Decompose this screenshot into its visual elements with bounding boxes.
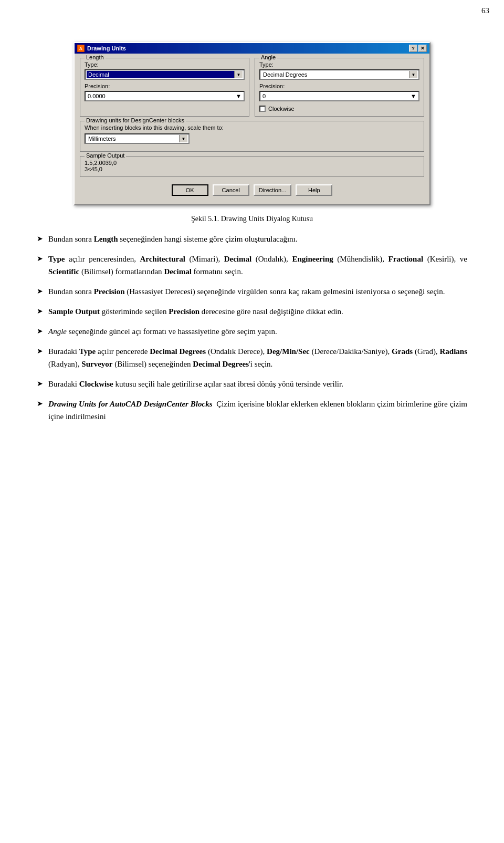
close-titlebar-button[interactable]: ✕ [418, 45, 427, 52]
length-precision-input[interactable]: 0.0000 ▼ [85, 91, 245, 101]
sample-output-bold: Sample Output [48, 307, 100, 316]
paragraph-4: ➤ Sample Output gösteriminde seçilen Pre… [37, 305, 467, 318]
precision-bold: Precision [94, 287, 125, 296]
length-type-value: Decimal [87, 71, 234, 78]
bullet-arrow-2: ➤ [37, 253, 43, 265]
grads-bold: Grads [392, 347, 413, 356]
design-center-value: Millimeters [87, 135, 179, 142]
engineering-bold: Engineering [292, 255, 333, 263]
angle-precision-arrow[interactable]: ▼ [411, 93, 416, 99]
scientific-bold: Scientific [48, 267, 79, 276]
dialog-title: Drawing Units [87, 45, 126, 51]
paragraph-8: ➤ Drawing Units for AutoCAD DesignCenter… [37, 398, 467, 423]
angle-type-value: Decimal Degrees [261, 71, 409, 78]
angle-italic: Angle [48, 327, 67, 336]
dialog-app-icon: A [77, 45, 85, 52]
dialog-container: A Drawing Units ? ✕ Length Type: [37, 42, 467, 205]
paragraph-6-content: Buradaki Type açılır pencerede Decimal D… [48, 345, 467, 370]
design-center-description: When inserting blocks into this drawing,… [85, 124, 419, 131]
help-button[interactable]: Help [296, 184, 332, 196]
length-group-label: Length [85, 54, 106, 60]
type-bold-6: Type [79, 347, 96, 356]
decimal-degrees-bold-2: Decimal Degrees [193, 360, 249, 368]
design-center-select[interactable]: Millimeters ▼ [85, 133, 190, 144]
paragraph-3: ➤ Bundan sonra Precision (Hassasiyet Der… [37, 285, 467, 298]
precision-bold-2: Precision [169, 307, 200, 316]
length-bold: Length [94, 235, 118, 243]
angle-group-label: Angle [259, 54, 277, 60]
paragraph-2-content: Type açılır penceresinden, Architectural… [48, 253, 467, 278]
clockwise-label: Clockwise [268, 106, 295, 112]
length-type-arrow[interactable]: ▼ [234, 71, 243, 78]
ok-button[interactable]: OK [172, 184, 208, 196]
paragraph-5-content: Angle seçeneğinde güncel açı formatı ve … [48, 325, 467, 338]
paragraph-1-content: Bundan sonra Length seçeneğinden hangi s… [48, 233, 467, 245]
sample-line2: 3<45,0 [85, 166, 419, 172]
length-precision-value: 0.0000 [88, 93, 106, 99]
sample-line1: 1.5,2.0039,0 [85, 160, 419, 166]
fractional-bold: Fractional [388, 255, 423, 263]
decimal-degrees-bold: Decimal Degrees [150, 347, 206, 356]
bullet-arrow-5: ➤ [37, 326, 43, 337]
paragraph-7-content: Buradaki Clockwise kutusu seçili hale ge… [48, 378, 467, 390]
page-number: 63 [481, 6, 489, 15]
bullet-arrow-6: ➤ [37, 346, 43, 357]
decimal-bold: Decimal [224, 255, 251, 263]
surveyor-bold: Surveyor [81, 360, 112, 368]
titlebar-left: A Drawing Units [77, 45, 126, 52]
design-center-group: Drawing units for DesignCenter blocks Wh… [80, 121, 424, 152]
paragraph-4-content: Sample Output gösteriminde seçilen Preci… [48, 305, 467, 318]
dialog-titlebar: A Drawing Units ? ✕ [75, 43, 429, 54]
angle-precision-label: Precision: [259, 83, 419, 89]
clockwise-checkbox[interactable] [259, 106, 266, 112]
length-precision-arrow[interactable]: ▼ [236, 93, 242, 99]
clockwise-row: Clockwise [259, 106, 419, 112]
angle-type-label: Type: [259, 61, 419, 68]
dialog-body: Length Type: Decimal ▼ Precision: 0.0000… [75, 54, 429, 204]
cancel-button[interactable]: Cancel [213, 184, 249, 196]
clockwise-bold: Clockwise [79, 380, 113, 388]
decimal-format-bold: Decimal [164, 267, 191, 276]
drawing-units-dialog: A Drawing Units ? ✕ Length Type: [74, 42, 430, 205]
paragraph-7: ➤ Buradaki Clockwise kutusu seçili hale … [37, 378, 467, 390]
angle-type-select[interactable]: Decimal Degrees ▼ [259, 69, 419, 80]
degminsec-bold: Deg/Min/Sec [267, 347, 310, 356]
bullet-arrow-4: ➤ [37, 306, 43, 317]
paragraph-2: ➤ Type açılır penceresinden, Architectur… [37, 253, 467, 278]
figure-caption: Şekil 5.1. Drawing Units Diyalog Kutusu [37, 215, 467, 223]
bullet-arrow-1: ➤ [37, 233, 43, 245]
length-angle-row: Length Type: Decimal ▼ Precision: 0.0000… [80, 58, 424, 117]
bullet-arrow-7: ➤ [37, 378, 43, 390]
angle-precision-value: 0 [262, 93, 266, 99]
bullet-arrow-8: ➤ [37, 398, 43, 410]
drawing-units-designcenter-bold: Drawing Units for AutoCAD DesignCenter B… [48, 400, 212, 408]
paragraph-8-content: Drawing Units for AutoCAD DesignCenter B… [48, 398, 467, 423]
titlebar-buttons[interactable]: ? ✕ [409, 45, 427, 52]
architectural-bold: Architectural [140, 255, 185, 263]
paragraph-3-content: Bundan sonra Precision (Hassasiyet Derec… [48, 285, 467, 298]
design-center-arrow[interactable]: ▼ [179, 135, 187, 142]
angle-precision-input[interactable]: 0 ▼ [259, 91, 419, 101]
angle-type-arrow[interactable]: ▼ [409, 71, 417, 78]
dialog-buttons: OK Cancel Direction... Help [80, 182, 424, 200]
bullet-arrow-3: ➤ [37, 286, 43, 297]
length-group: Length Type: Decimal ▼ Precision: 0.0000… [80, 58, 249, 117]
design-center-group-label: Drawing units for DesignCenter blocks [85, 117, 186, 123]
direction-button[interactable]: Direction... [254, 184, 292, 196]
sample-output-label: Sample Output [85, 152, 126, 159]
angle-group: Angle Type: Decimal Degrees ▼ Precision:… [255, 58, 424, 117]
help-titlebar-button[interactable]: ? [409, 45, 417, 52]
paragraph-5: ➤ Angle seçeneğinde güncel açı formatı v… [37, 325, 467, 338]
length-precision-label: Precision: [85, 83, 245, 89]
sample-output-group: Sample Output 1.5,2.0039,0 3<45,0 [80, 156, 424, 177]
paragraph-6: ➤ Buradaki Type açılır pencerede Decimal… [37, 345, 467, 370]
length-type-label: Type: [85, 61, 245, 68]
type-bold-2: Type [48, 255, 65, 263]
paragraph-1: ➤ Bundan sonra Length seçeneğinden hangi… [37, 233, 467, 245]
radians-bold: Radians [439, 347, 467, 356]
length-type-select[interactable]: Decimal ▼ [85, 69, 245, 80]
